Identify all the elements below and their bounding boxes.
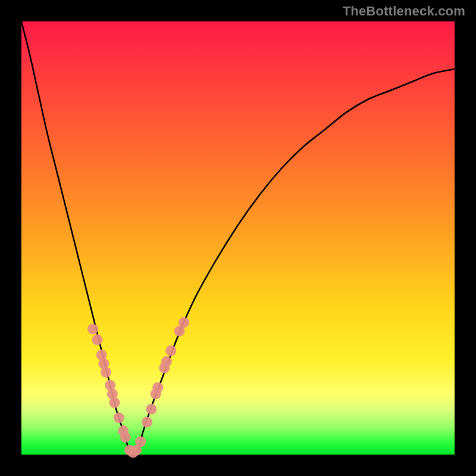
curve-marker (178, 317, 189, 328)
bottleneck-curve (21, 21, 455, 456)
watermark-text: TheBottleneck.com (343, 4, 465, 19)
curve-marker (120, 432, 131, 443)
curve-marker (146, 404, 156, 415)
curve-marker (87, 324, 98, 334)
curve-marker (142, 416, 152, 427)
marker-layer (87, 317, 189, 458)
curve-marker (135, 436, 146, 447)
curve-marker (101, 367, 111, 378)
curve-marker (159, 362, 170, 373)
curve-marker (92, 334, 102, 345)
chart-frame: TheBottleneck.com (0, 0, 476, 476)
plot-area (21, 21, 455, 455)
curve-marker (114, 412, 124, 423)
chart-svg (21, 21, 455, 455)
curve-marker (107, 389, 118, 399)
curve-marker (165, 345, 176, 356)
curve-marker (151, 389, 161, 399)
